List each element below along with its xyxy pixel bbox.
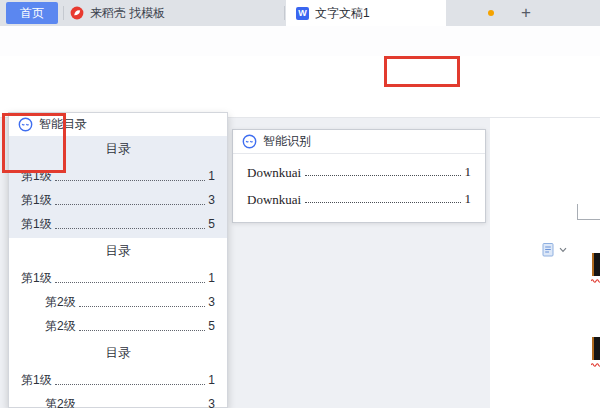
toc-entry: 第1级1 [9, 263, 227, 287]
paste-doc-icon [541, 242, 555, 257]
toc-entry: 第2级3 [9, 389, 227, 408]
spellcheck-squiggle [591, 278, 600, 283]
clipped-text-fragment [592, 253, 600, 276]
home-tab[interactable]: 首页 [6, 2, 58, 24]
ai-face-icon [242, 134, 257, 149]
clipped-text-fragment [592, 337, 600, 360]
toc-entry: 第2级3 [9, 287, 227, 311]
recognition-entry[interactable]: Downkuai 1 [233, 154, 485, 181]
toc-entry: 第2级5 [9, 311, 227, 335]
dot-leader [305, 202, 460, 203]
dot-leader [55, 384, 206, 385]
toc-entry: 第1级1 [9, 365, 227, 389]
document-tab-label: 文字文稿1 [315, 5, 370, 22]
toc-entry: 第1级5 [9, 209, 227, 233]
smart-recognition-panel: 智能识别 Downkuai 1 Downkuai 1 [232, 129, 486, 223]
document-tab[interactable]: W 文字文稿1 [286, 0, 446, 26]
tab-divider [63, 6, 64, 20]
docer-tab-label: 来稻壳 找模板 [90, 5, 165, 22]
entry-label: Downkuai [247, 165, 301, 181]
dot-leader [305, 175, 460, 176]
menu-bar: 文件 [0, 26, 600, 56]
entry-page: 1 [465, 190, 472, 208]
dot-leader [55, 228, 206, 229]
annotation-box-toc-button [2, 113, 66, 173]
writer-doc-icon: W [296, 7, 309, 20]
docer-tab[interactable]: 来稻壳 找模板 [70, 0, 165, 26]
entry-page: 1 [465, 163, 472, 181]
smart-recognition-title: 智能识别 [263, 133, 311, 150]
tab-divider [284, 6, 285, 20]
dot-leader [79, 330, 206, 331]
wps-writer-window: 首页 来稻壳 找模板 W 文字文稿1 + 文件 [0, 0, 600, 408]
toc-card-title: 目录 [9, 240, 227, 263]
entry-label: Downkuai [247, 192, 301, 208]
toc-card-title: 目录 [9, 342, 227, 365]
toc-style-card-3[interactable]: 目录 第1级1 第2级3 [9, 340, 227, 408]
annotation-box-references-tab [384, 56, 460, 87]
unsaved-indicator-dot [488, 10, 494, 16]
toc-style-card-2[interactable]: 目录 第1级1 第2级3 第2级5 [9, 238, 227, 340]
chevron-down-icon [559, 247, 567, 253]
dot-leader [79, 306, 206, 307]
spellcheck-squiggle [591, 362, 600, 367]
docer-leaf-icon [70, 6, 84, 20]
recognition-entry[interactable]: Downkuai 1 [233, 181, 485, 208]
dot-leader [55, 204, 206, 205]
smart-recognition-header: 智能识别 [233, 130, 485, 154]
page-margin-corner-mark [577, 204, 600, 220]
references-ribbon: 目录 更新目录 目录级别 ab1 插入脚注 ab [0, 56, 600, 118]
dot-leader [55, 282, 206, 283]
toc-entry: 第1级3 [9, 185, 227, 209]
home-tab-label: 首页 [20, 5, 44, 22]
paste-options-button[interactable] [541, 242, 567, 257]
new-tab-button[interactable]: + [513, 1, 539, 25]
plus-icon: + [521, 3, 531, 23]
document-page[interactable] [490, 118, 600, 408]
dot-leader [55, 180, 206, 181]
window-tab-bar: 首页 来稻壳 找模板 W 文字文稿1 + [0, 0, 600, 26]
